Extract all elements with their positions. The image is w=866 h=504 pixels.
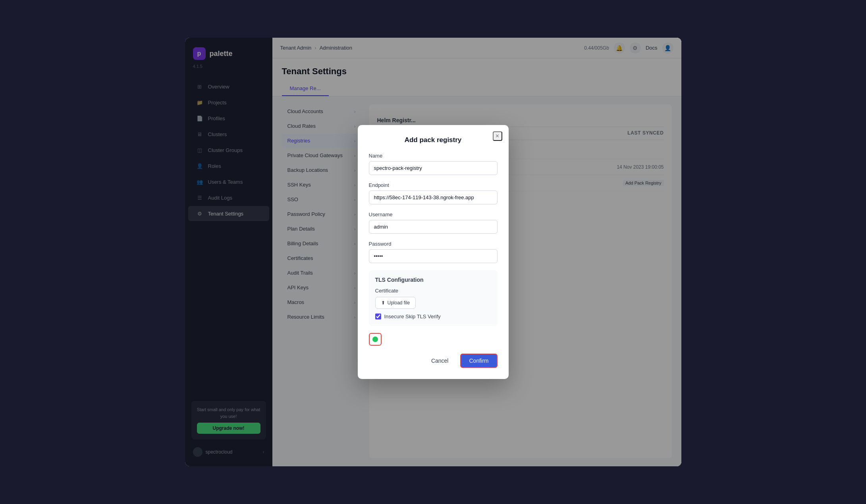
username-form-group: Username — [369, 212, 498, 234]
skip-tls-row: Insecure Skip TLS Verify — [375, 314, 491, 319]
skip-tls-label: Insecure Skip TLS Verify — [384, 314, 441, 319]
verified-dot — [372, 337, 378, 342]
add-pack-registry-modal: Add pack registry × Name Endpoint Userna… — [358, 125, 509, 379]
password-label: Password — [369, 241, 498, 247]
password-input[interactable] — [369, 249, 498, 263]
name-form-group: Name — [369, 153, 498, 175]
username-label: Username — [369, 212, 498, 217]
username-input[interactable] — [369, 220, 498, 234]
skip-tls-checkbox[interactable] — [375, 314, 381, 319]
modal-title: Add pack registry — [369, 136, 498, 144]
endpoint-form-group: Endpoint — [369, 182, 498, 204]
cancel-button[interactable]: Cancel — [424, 354, 456, 367]
upload-icon: ⬆ — [381, 300, 385, 306]
password-form-group: Password — [369, 241, 498, 263]
name-label: Name — [369, 153, 498, 159]
upload-label: Upload file — [388, 300, 410, 306]
modal-backdrop: Add pack registry × Name Endpoint Userna… — [185, 38, 681, 466]
tls-cert-label: Certificate — [375, 288, 491, 294]
name-input[interactable] — [369, 161, 498, 175]
upload-file-button[interactable]: ⬆ Upload file — [375, 297, 416, 309]
modal-close-button[interactable]: × — [493, 131, 502, 141]
tls-section: TLS Configuration Certificate ⬆ Upload f… — [369, 270, 498, 326]
tls-title: TLS Configuration — [375, 277, 491, 283]
endpoint-label: Endpoint — [369, 182, 498, 188]
verified-indicator — [369, 333, 382, 346]
modal-footer: Cancel Confirm — [369, 354, 498, 368]
confirm-button[interactable]: Confirm — [460, 354, 497, 368]
endpoint-input[interactable] — [369, 190, 498, 204]
